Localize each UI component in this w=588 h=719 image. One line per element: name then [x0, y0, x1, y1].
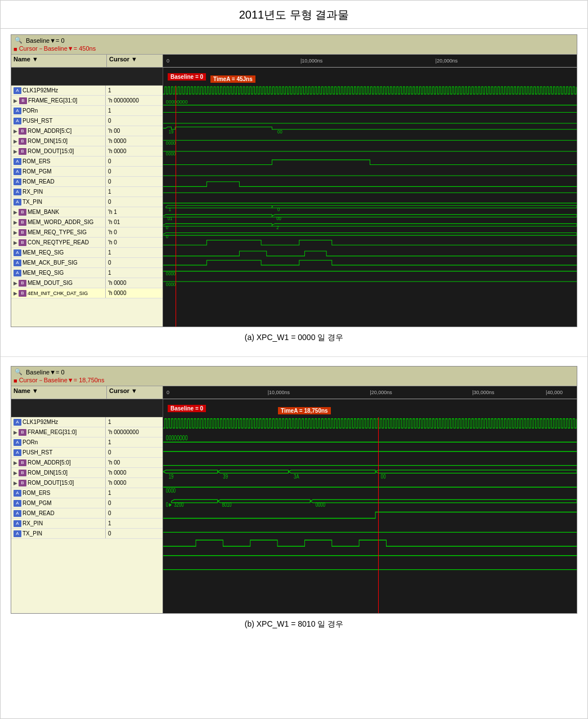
- svg-text:|40,000: |40,000: [546, 390, 563, 395]
- svg-text:0000: 0000: [166, 271, 176, 276]
- signal-val-2-b: 1: [106, 437, 162, 447]
- signal-row-9-a: A ROM_READ 0: [11, 177, 163, 187]
- signal-name-12-a: ▶ B MEM_BANK: [11, 207, 106, 217]
- signal-row-8-a: A ROM_PGM 0: [11, 167, 163, 177]
- svg-text:0: 0: [167, 58, 169, 64]
- svg-text:8010: 8010: [222, 501, 231, 508]
- signal-val-3-a: 0: [106, 116, 162, 126]
- signal-name-15-a: ▶ B CON_REQTYPE_READ: [11, 238, 106, 247]
- sig-icon-1-a: B: [19, 97, 27, 104]
- svg-text:0000: 0000: [166, 487, 176, 494]
- svg-text:0: 0: [167, 390, 169, 395]
- cursor-icon-a: ■: [14, 46, 17, 52]
- signal-name-7-a: A ROM_ERS: [11, 157, 106, 166]
- svg-text:|10,000ns: |10,000ns: [300, 58, 323, 64]
- sig-icon-0-b: A: [14, 419, 21, 426]
- signal-val-16-a: 1: [106, 248, 162, 257]
- signal-val-14-a: 'h 0: [106, 227, 162, 237]
- sig-icon-11-b: A: [14, 530, 21, 537]
- signal-val-9-b: 0: [106, 508, 162, 518]
- wf-header-right-a: [165, 36, 574, 53]
- svg-text:|30,000ns: |30,000ns: [472, 390, 495, 395]
- signal-row-2-a: A PORn 1: [11, 106, 163, 116]
- signal-row-3-a: A PUSH_RST 0: [11, 116, 163, 126]
- wf-header-left-b: 🔍 Baseline▼= 0 ■ Cursor－Baseline▼= 18,75…: [14, 368, 165, 385]
- signal-row-1-b: ▶ B FRAME_REG[31:0] 'h 00000000: [11, 427, 163, 437]
- sig-icon-3-b: A: [14, 449, 21, 456]
- signal-name-5-a: ▶ B ROM_DIN[15:0]: [11, 136, 106, 146]
- timea-badge-a: TimeA = 45Jns: [210, 75, 255, 83]
- svg-text:00: 00: [381, 473, 386, 480]
- sig-icon-16-a: A: [14, 249, 21, 256]
- signal-row-2-b: A PORn 1: [11, 437, 163, 448]
- svg-text:39: 39: [223, 473, 228, 480]
- signal-val-4-b: 'h 00: [106, 458, 162, 467]
- time-ruler-svg-a: 0 |10,000ns |20,000ns: [165, 56, 574, 65]
- signal-name-8-a: A ROM_PGM: [11, 167, 106, 176]
- sig-icon-4-a: B: [19, 128, 26, 135]
- wf-header-a: 🔍 Baseline▼= 0 ■ Cursor－Baseline▼= 450ns: [11, 35, 577, 54]
- signal-val-8-a: 0: [106, 167, 162, 176]
- signal-row-12-a: ▶ B MEM_BANK 'h 1: [11, 207, 163, 217]
- signal-val-11-b: 0: [106, 529, 162, 538]
- sig-icon-5-a: B: [19, 138, 26, 145]
- signal-val-20-a: 'h 0000: [106, 288, 162, 298]
- caption-a: (a) XPC_W1 = 0000 일 경우: [11, 327, 577, 350]
- wf-header-b: 🔍 Baseline▼= 0 ■ Cursor－Baseline▼= 18,75…: [11, 367, 577, 386]
- signal-name-13-a: ▶ B MEM_WORD_ADDR_SIG: [11, 217, 106, 227]
- sig-icon-14-a: B: [19, 229, 26, 236]
- signal-val-12-a: 'h 1: [106, 207, 162, 217]
- sig-icon-19-a: B: [19, 280, 26, 287]
- signal-val-4-a: 'h 00: [106, 126, 162, 136]
- svg-text:|10,000ns: |10,000ns: [268, 390, 290, 395]
- svg-text:00: 00: [277, 129, 282, 135]
- signal-row-11-b: A TX_PIN 0: [11, 529, 163, 539]
- svg-text:00000000: 00000000: [166, 434, 188, 442]
- signal-row-10-b: A RX_PIN 1: [11, 519, 163, 529]
- signal-val-6-a: 'h 0000: [106, 146, 162, 156]
- signal-val-7-b: 1: [106, 488, 162, 498]
- signal-val-9-a: 0: [106, 177, 162, 186]
- signal-name-3-b: A PUSH_RST: [11, 448, 106, 457]
- baseline-label-a: Baseline▼= 0: [26, 37, 65, 44]
- signal-name-8-b: A ROM_PGM: [11, 498, 106, 508]
- wave-top-spacer-a: [11, 68, 163, 86]
- svg-text:3A: 3A: [294, 473, 299, 480]
- sig-icon-18-a: A: [14, 270, 21, 276]
- signal-row-4-b: ▶ B ROM_ADDR[5:0] 'h 00: [11, 458, 163, 468]
- signal-list-a: A CLK1P92MHz 1 ▶ B FRAME_REG[31:0] 'h 00…: [11, 68, 163, 327]
- signal-name-2-b: A PORn: [11, 437, 106, 447]
- col-cursor-header-a: Cursor ▼: [107, 55, 163, 67]
- signal-row-5-b: ▶ B ROM_DIN[15:0] 'h 0000: [11, 468, 163, 478]
- sig-icon-17-a: A: [14, 260, 21, 266]
- sig-icon-10-a: A: [14, 189, 21, 195]
- signal-val-10-b: 1: [106, 519, 162, 528]
- sig-icon-3-a: A: [14, 118, 21, 124]
- signal-name-19-a: ▶ B MEM_DOUT_SIG: [11, 278, 106, 288]
- svg-text:0000: 0000: [166, 140, 176, 145]
- signal-name-3-a: A PUSH_RST: [11, 116, 106, 126]
- signal-name-7-b: A ROM_ERS: [11, 488, 106, 498]
- sig-icon-15-a: B: [19, 239, 26, 246]
- signal-row-15-a: ▶ B CON_REQTYPE_READ 'h 0: [11, 238, 163, 248]
- svg-text:19: 19: [169, 473, 174, 480]
- signal-row-6-a: ▶ B ROM_DOUT[15:0] 'h 0000: [11, 146, 163, 157]
- svg-text:1: 1: [169, 207, 172, 212]
- sig-icon-8-b: A: [14, 500, 21, 507]
- signal-row-5-a: ▶ B ROM_DIN[15:0] 'h 0000: [11, 136, 163, 146]
- sig-icon-0-a: A: [14, 87, 21, 94]
- sig-icon-6-a: B: [19, 148, 26, 155]
- cursor-icon-b: ■: [14, 377, 17, 384]
- signal-name-11-a: A TX_PIN: [11, 197, 106, 207]
- time-ruler-svg-b: 0 |10,000ns |20,000ns |30,000ns |40,000: [165, 387, 574, 396]
- signal-name-1-a: ▶ B FRAME_REG[31:0]: [11, 96, 106, 105]
- signal-name-5-b: ▶ B ROM_DIN[15:0]: [11, 468, 106, 477]
- wf-header-right-b: [165, 368, 574, 385]
- signal-name-9-a: A ROM_READ: [11, 177, 106, 186]
- signal-name-4-a: ▶ B ROM_ADDR[5:C]: [11, 126, 106, 136]
- svg-text:00000000: 00000000: [166, 99, 188, 105]
- page-title: 2011년도 무형 결과물: [1, 1, 587, 29]
- signal-row-1-a: ▶ B FRAME_REG[31:0] 'h 00000000: [11, 96, 163, 106]
- signal-val-5-a: 'h 0000: [106, 136, 162, 146]
- sig-icon-7-a: A: [14, 158, 21, 165]
